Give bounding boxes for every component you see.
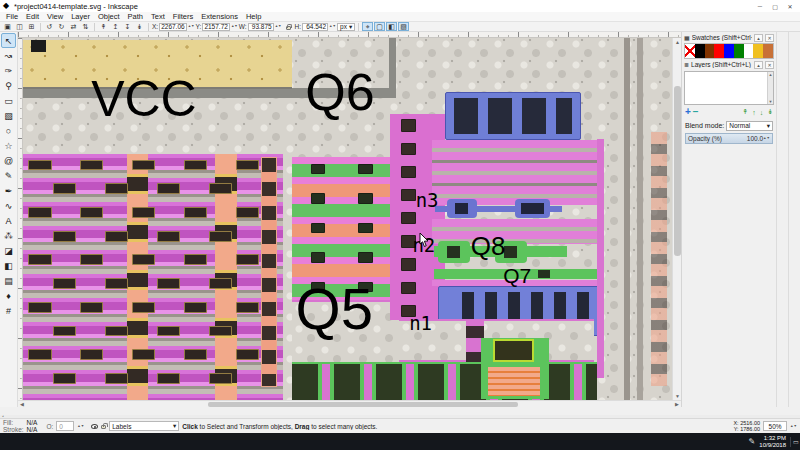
h-field[interactable]: 64.542 <box>302 23 328 31</box>
stroke-value[interactable]: N/A <box>27 426 38 433</box>
raise-to-top-icon[interactable]: ↟ <box>98 22 109 31</box>
spiral-tool-icon[interactable]: @ <box>1 153 16 168</box>
panel-collapse-icon[interactable]: ▴ <box>754 61 763 69</box>
affect-move-toggle[interactable]: ⌖ <box>362 22 373 31</box>
horizontal-scrollbar[interactable]: ◀ ▶ <box>18 400 681 407</box>
panel-close-icon[interactable]: ✕ <box>765 34 774 42</box>
canvas-label-q5[interactable]: Q5 <box>296 282 373 335</box>
bucket-tool-icon[interactable]: ◧ <box>1 258 16 273</box>
swatch-color[interactable] <box>724 44 734 58</box>
menu-path[interactable]: Path <box>124 12 147 21</box>
select-all-icon[interactable]: ▣ <box>2 22 13 31</box>
swatch-none[interactable] <box>685 44 695 58</box>
canvas-label-q7[interactable]: Q7 <box>503 266 531 285</box>
swatch-color[interactable] <box>705 44 715 58</box>
swatch-color[interactable] <box>695 44 705 58</box>
deselect-icon[interactable]: ⊞ <box>26 22 37 31</box>
canvas-label-vcc[interactable]: VCC <box>91 76 197 122</box>
opacity-slider[interactable]: Opacity (%) 100.0 ▲▼ <box>685 133 773 144</box>
eraser-tool-icon[interactable]: ◪ <box>1 243 16 258</box>
vertical-scrollbar[interactable]: ▲ ▼ <box>672 38 681 400</box>
menu-extensions[interactable]: Extensions <box>197 12 242 21</box>
w-field[interactable]: 93.875 <box>248 23 274 31</box>
lower-icon[interactable]: ↧ <box>122 22 133 31</box>
layer-list-scrollbar[interactable]: ▲▼ <box>767 72 773 104</box>
layer-raise-top-icon[interactable]: ↟ <box>742 108 748 116</box>
opacity-spinner[interactable]: ▲▼ <box>763 137 770 140</box>
swatch-color[interactable] <box>753 44 763 58</box>
star-tool-icon[interactable]: ☆ <box>1 138 16 153</box>
pencil-tool-icon[interactable]: ✎ <box>1 168 16 183</box>
units-dropdown[interactable]: px▾ <box>337 23 355 31</box>
pen-icon[interactable]: ✎ <box>749 437 756 446</box>
close-button[interactable]: ✕ <box>783 1 797 11</box>
swatch-color[interactable] <box>734 44 744 58</box>
canvas[interactable]: VCCQ6n3n2Q8Q7Q5n1 <box>23 38 672 400</box>
menu-help[interactable]: Help <box>242 12 265 21</box>
menu-layer[interactable]: Layer <box>67 12 94 21</box>
gradient-tool-icon[interactable]: ▤ <box>1 273 16 288</box>
y-field[interactable]: 2157.72 <box>202 23 230 31</box>
tweak-tool-icon[interactable]: ✑ <box>1 63 16 78</box>
layer-lock-icon[interactable] <box>101 425 106 429</box>
dropper-tool-icon[interactable]: ♦ <box>1 288 16 303</box>
current-layer-dropdown[interactable]: Labels▾ <box>109 421 179 431</box>
maximize-button[interactable]: ▢ <box>768 1 782 11</box>
x-field[interactable]: 2267.06 <box>159 23 187 31</box>
select-all-layers-icon[interactable]: ◫ <box>14 22 25 31</box>
menu-view[interactable]: View <box>43 12 67 21</box>
opacity-field[interactable]: 0 <box>56 421 74 431</box>
rotate-ccw-icon[interactable]: ↺ <box>44 22 55 31</box>
node-tool-icon[interactable]: ↝ <box>1 48 16 63</box>
ellipse-tool-icon[interactable]: ○ <box>1 123 16 138</box>
lower-to-bottom-icon[interactable]: ↡ <box>134 22 145 31</box>
add-layer-button[interactable]: + <box>685 108 691 116</box>
flip-horizontal-icon[interactable]: ⇄ <box>68 22 79 31</box>
layer-visibility-icon[interactable] <box>91 424 98 429</box>
panel-close-icon[interactable]: ✕ <box>765 61 774 69</box>
minimize-button[interactable]: ─ <box>753 1 767 11</box>
zoom-spinner[interactable]: ▲▼ <box>790 425 797 428</box>
menu-object[interactable]: Object <box>94 12 124 21</box>
affect-corners-toggle[interactable]: ▢ <box>374 22 385 31</box>
affect-gradient-toggle[interactable]: ◧ <box>386 22 397 31</box>
rectangle-tool-icon[interactable]: ▭ <box>1 93 16 108</box>
swatch-color[interactable] <box>763 44 773 58</box>
w-spinner[interactable]: ▲▼ <box>275 25 282 28</box>
canvas-label-n1[interactable]: n1 <box>409 315 432 332</box>
y-spinner[interactable]: ▲▼ <box>231 25 238 28</box>
panel-collapse-icon[interactable]: ▴ <box>754 34 763 42</box>
layer-lower-icon[interactable]: ↓ <box>760 109 764 116</box>
swatch-color[interactable] <box>744 44 754 58</box>
layer-lower-bottom-icon[interactable]: ↡ <box>767 108 773 116</box>
vertical-scrollbar-thumb[interactable] <box>674 86 681 256</box>
taskbar-clock[interactable]: 1:32 PM 10/9/2018 <box>759 435 786 449</box>
notification-center-icon[interactable]: ▭ <box>790 437 798 447</box>
opacity-field-spinner[interactable]: ▲▼ <box>77 425 84 428</box>
affect-pattern-toggle[interactable]: ▨ <box>398 22 409 31</box>
calligraphy-tool-icon[interactable]: ∿ <box>1 198 16 213</box>
text-tool-icon[interactable]: A <box>1 213 16 228</box>
blend-mode-dropdown[interactable]: Normal▾ <box>726 121 773 131</box>
raise-icon[interactable]: ↥ <box>110 22 121 31</box>
h-spinner[interactable]: ▲▼ <box>329 25 336 28</box>
menu-file[interactable]: File <box>2 12 22 21</box>
canvas-label-q8[interactable]: Q8 <box>471 235 506 259</box>
flip-vertical-icon[interactable]: ⇅ <box>80 22 91 31</box>
zoom-field[interactable]: 50% <box>763 421 787 431</box>
canvas-label-n3[interactable]: n3 <box>416 192 439 209</box>
lock-ratio-icon[interactable] <box>283 22 294 31</box>
zoom-tool-icon[interactable]: ⚲ <box>1 78 16 93</box>
menu-text[interactable]: Text <box>147 12 169 21</box>
menu-edit[interactable]: Edit <box>22 12 43 21</box>
x-spinner[interactable]: ▲▼ <box>188 25 195 28</box>
layer-raise-icon[interactable]: ↑ <box>752 109 756 116</box>
box3d-tool-icon[interactable]: ▧ <box>1 108 16 123</box>
rotate-cw-icon[interactable]: ↻ <box>56 22 67 31</box>
pen-tool-icon[interactable]: ✒ <box>1 183 16 198</box>
spray-tool-icon[interactable]: ⁂ <box>1 228 16 243</box>
menu-filters[interactable]: Filters <box>169 12 197 21</box>
remove-layer-button[interactable]: − <box>693 108 699 116</box>
fill-value[interactable]: N/A <box>27 419 38 426</box>
connector-tool-icon[interactable]: # <box>1 303 16 318</box>
